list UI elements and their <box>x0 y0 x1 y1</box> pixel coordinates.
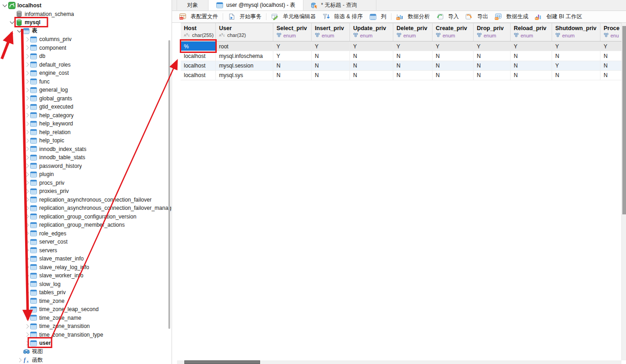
chevron-right-icon[interactable] <box>24 164 30 167</box>
tree-item-db-mysql[interactable]: mysql <box>0 18 172 27</box>
column-header-delete-priv[interactable]: Delete_privenum <box>393 23 433 41</box>
tree-item-help-category[interactable]: help_category <box>0 111 172 120</box>
chevron-right-icon[interactable] <box>24 46 30 49</box>
cell-create-priv[interactable]: Y <box>433 42 474 51</box>
chevron-right-icon[interactable] <box>24 257 30 260</box>
cell-proce[interactable]: Y <box>600 42 621 51</box>
cell-user[interactable]: mysql.sys <box>216 71 273 80</box>
tree-item-password-history[interactable]: password_history <box>0 162 172 171</box>
chevron-right-icon[interactable] <box>24 342 30 345</box>
chevron-right-icon[interactable] <box>24 291 30 294</box>
chevron-right-icon[interactable] <box>24 198 30 201</box>
chevron-right-icon[interactable] <box>24 130 30 134</box>
cell-editor-button[interactable]: 单元格编辑器 <box>268 12 319 22</box>
cell-drop-priv[interactable]: N <box>474 51 511 60</box>
column-header-drop-priv[interactable]: Drop_privenum <box>474 23 511 41</box>
cell-insert-priv[interactable]: N <box>312 51 350 60</box>
cell-select-priv[interactable]: N <box>273 71 312 80</box>
sidebar-scrollbar-thumb[interactable] <box>168 40 170 329</box>
tree-item-replication-group-member-actions[interactable]: replication_group_member_actions <box>0 221 172 229</box>
tree-item-innodb-table-stats[interactable]: innodb_table_stats <box>0 153 172 162</box>
column-header-proce[interactable]: Proceenu <box>600 23 621 41</box>
tree-item-time-zone-leap-second[interactable]: time_zone_leap_second <box>0 305 172 314</box>
chevron-right-icon[interactable] <box>24 325 30 328</box>
cell-host[interactable]: localhost <box>181 61 216 70</box>
chevron-right-icon[interactable] <box>24 190 30 193</box>
chevron-down-icon[interactable] <box>2 5 8 6</box>
chevron-right-icon[interactable] <box>24 181 30 184</box>
chevron-right-icon[interactable] <box>24 97 30 100</box>
chevron-right-icon[interactable] <box>24 249 30 252</box>
cell-host[interactable]: localhost <box>181 71 216 80</box>
tree-item-time-zone-name[interactable]: time_zone_name <box>0 314 172 322</box>
tree-item-db-information-schema[interactable]: information_schema <box>0 10 172 19</box>
tree-item-help-topic[interactable]: help_topic <box>0 136 172 145</box>
column-header-user[interactable]: UserABcchar(32) <box>216 23 273 41</box>
tree-item-default-roles[interactable]: default_roles <box>0 61 172 69</box>
cell-shutdown-priv[interactable]: Y <box>552 61 600 70</box>
column-header-shutdown-priv[interactable]: Shutdown_privenum <box>552 23 600 41</box>
chevron-right-icon[interactable] <box>24 72 30 75</box>
tree-item-tables-priv[interactable]: tables_priv <box>0 288 172 297</box>
data-generation-button[interactable]: Ent数据生成 <box>491 12 532 22</box>
tree-item-replication-asynchronous-connection-failover-manage[interactable]: replication_asynchronous_connection_fail… <box>0 204 172 213</box>
tree-item-func[interactable]: func <box>0 78 172 86</box>
chevron-right-icon[interactable] <box>24 215 30 218</box>
chevron-right-icon[interactable] <box>16 359 22 362</box>
tree-item-help-keyword[interactable]: help_keyword <box>0 120 172 128</box>
cell-insert-priv[interactable]: N <box>312 71 350 80</box>
chevron-right-icon[interactable] <box>24 55 30 58</box>
chevron-right-icon[interactable] <box>24 299 30 302</box>
tree-item-general-log[interactable]: general_log <box>0 86 172 94</box>
tree-item-db[interactable]: db <box>0 52 172 61</box>
tree-item-slave-relay-log-info[interactable]: slave_relay_log_info <box>0 263 172 272</box>
chevron-right-icon[interactable] <box>24 38 30 41</box>
chevron-right-icon[interactable] <box>24 80 30 83</box>
cell-reload-priv[interactable]: N <box>511 71 552 80</box>
cell-reload-priv[interactable]: Y <box>511 42 552 51</box>
table-profile-button[interactable]: Ent表配置文件 <box>176 12 221 22</box>
chevron-down-icon[interactable] <box>9 21 15 23</box>
tree-item-server-cost[interactable]: server_cost <box>0 238 172 246</box>
column-header-select-priv[interactable]: Select_privenum <box>273 23 312 41</box>
tree-item-role-edges[interactable]: role_edges <box>0 229 172 238</box>
chevron-right-icon[interactable] <box>24 63 30 66</box>
tree-item-slave-worker-info[interactable]: slave_worker_info <box>0 271 172 280</box>
cell-proce[interactable]: N <box>600 51 621 60</box>
cell-update-priv[interactable]: N <box>350 61 393 70</box>
tree-item-replication-asynchronous-connection-failover[interactable]: replication_asynchronous_connection_fail… <box>0 196 172 204</box>
tree-item-procs-priv[interactable]: procs_priv <box>0 179 172 187</box>
cell-select-priv[interactable]: N <box>273 61 312 70</box>
chevron-right-icon[interactable] <box>24 308 30 311</box>
data-profiling-button[interactable]: Ent数据分析 <box>393 12 433 22</box>
chevron-right-icon[interactable] <box>24 333 30 336</box>
tab-table-user[interactable]: user @mysql (localhost) - 表 <box>209 0 303 10</box>
chevron-right-icon[interactable] <box>24 282 30 286</box>
chevron-right-icon[interactable] <box>24 207 30 210</box>
cell-drop-priv[interactable]: Y <box>474 42 511 51</box>
cell-reload-priv[interactable]: N <box>511 51 552 60</box>
column-header-reload-priv[interactable]: Reload_privenum <box>511 23 552 41</box>
tree-item-engine-cost[interactable]: engine_cost <box>0 69 172 78</box>
chevron-right-icon[interactable] <box>24 224 30 227</box>
tree-item-columns-priv[interactable]: columns_priv <box>0 35 172 44</box>
horizontal-scrollbar-thumb[interactable] <box>184 360 260 364</box>
cell-select-priv[interactable]: Y <box>273 42 312 51</box>
filter-sort-button[interactable]: 筛选 & 排序 <box>319 12 366 22</box>
column-header-host[interactable]: HostABcchar(255) <box>181 23 216 41</box>
tree-item-proxies-priv[interactable]: proxies_priv <box>0 187 172 196</box>
tree-item-views-folder[interactable]: 视图 <box>0 348 172 356</box>
cell-shutdown-priv[interactable]: N <box>552 51 600 60</box>
cell-create-priv[interactable]: N <box>433 71 474 80</box>
tree-item-plugin[interactable]: plugin <box>0 170 172 179</box>
cell-shutdown-priv[interactable]: Y <box>552 42 600 51</box>
cell-create-priv[interactable]: N <box>433 61 474 70</box>
cell-insert-priv[interactable]: Y <box>312 42 350 51</box>
cell-user[interactable]: mysql.infoschema <box>216 51 273 60</box>
chevron-right-icon[interactable] <box>24 122 30 125</box>
chevron-right-icon[interactable] <box>24 139 30 142</box>
cell-create-priv[interactable]: N <box>433 51 474 60</box>
tree-item-connection-localhost[interactable]: localhost <box>0 1 172 10</box>
cell-drop-priv[interactable]: N <box>474 61 511 70</box>
cell-user[interactable]: mysql.session <box>216 61 273 70</box>
